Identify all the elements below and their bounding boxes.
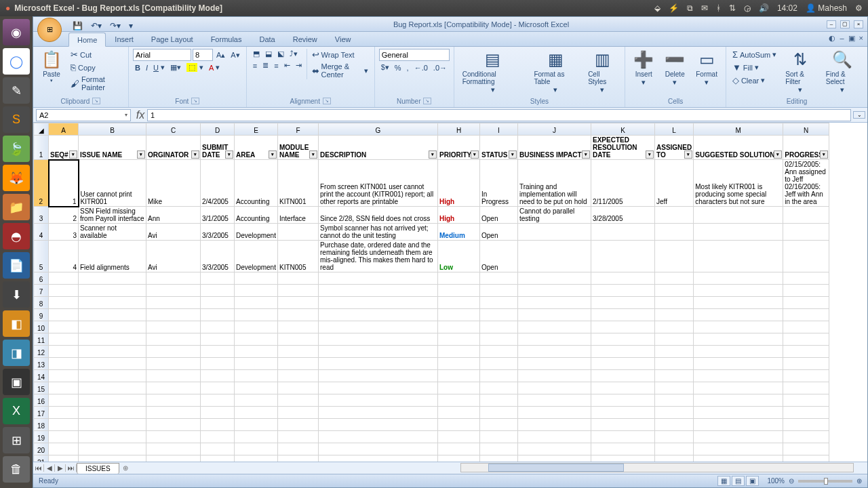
cell-empty[interactable] bbox=[655, 309, 694, 321]
cell-empty[interactable] bbox=[783, 321, 829, 333]
cell-empty[interactable] bbox=[438, 382, 480, 394]
cell-empty[interactable] bbox=[319, 358, 438, 370]
volume-icon[interactable]: 🔊 bbox=[759, 3, 769, 13]
mdi-minimize-button[interactable]: – bbox=[840, 34, 844, 43]
cell-progress[interactable] bbox=[783, 224, 829, 241]
cell-empty[interactable] bbox=[146, 272, 201, 285]
cell-empty[interactable] bbox=[655, 333, 694, 346]
underline-button[interactable]: U▾ bbox=[151, 62, 167, 73]
cell-empty[interactable] bbox=[79, 394, 146, 407]
row-header-11[interactable]: 11 bbox=[34, 333, 49, 346]
autosum-button[interactable]: ΣAutoSum▾ bbox=[730, 49, 778, 60]
cell-empty[interactable] bbox=[694, 394, 783, 407]
cell-submit-date[interactable]: 2/4/2005 bbox=[201, 160, 235, 207]
increase-indent-button[interactable]: ⇥ bbox=[294, 60, 304, 70]
cell-empty[interactable] bbox=[438, 272, 480, 285]
cell-module[interactable] bbox=[278, 224, 319, 241]
network-icon[interactable]: ⇅ bbox=[729, 3, 736, 13]
cell-priority[interactable]: Low bbox=[438, 241, 480, 272]
cell-empty[interactable] bbox=[79, 419, 146, 431]
select-all-cell[interactable]: ◢ bbox=[34, 123, 49, 136]
cell-empty[interactable] bbox=[278, 443, 319, 455]
cell-empty[interactable] bbox=[235, 285, 278, 297]
tab-home[interactable]: Home bbox=[68, 33, 106, 47]
cell-seq[interactable]: 1 bbox=[49, 160, 79, 207]
row-header-18[interactable]: 18 bbox=[34, 419, 49, 431]
cell-empty[interactable] bbox=[235, 394, 278, 407]
cell-empty[interactable] bbox=[438, 407, 480, 419]
cell-empty[interactable] bbox=[201, 455, 235, 462]
filter-icon[interactable]: ▾ bbox=[225, 150, 233, 159]
cell-empty[interactable] bbox=[591, 309, 655, 321]
cell-empty[interactable] bbox=[655, 285, 694, 297]
cell-empty[interactable] bbox=[201, 285, 235, 297]
filter-icon[interactable]: ▾ bbox=[429, 150, 437, 159]
filter-icon[interactable]: ▾ bbox=[269, 150, 277, 159]
cell-empty[interactable] bbox=[518, 419, 591, 431]
cell-empty[interactable] bbox=[694, 285, 783, 297]
tab-page-layout[interactable]: Page Layout bbox=[142, 32, 202, 46]
filter-icon[interactable]: ▾ bbox=[582, 150, 590, 159]
cell-empty[interactable] bbox=[591, 285, 655, 297]
cell-solution[interactable] bbox=[694, 241, 783, 272]
cell-empty[interactable] bbox=[438, 346, 480, 358]
cell-empty[interactable] bbox=[480, 333, 518, 346]
cell-empty[interactable] bbox=[694, 419, 783, 431]
row-header-16[interactable]: 16 bbox=[34, 394, 49, 407]
cell-empty[interactable] bbox=[146, 382, 201, 394]
zoom-slider[interactable] bbox=[798, 480, 852, 483]
cell-empty[interactable] bbox=[201, 309, 235, 321]
cell-empty[interactable] bbox=[783, 394, 829, 407]
cell-empty[interactable] bbox=[518, 321, 591, 333]
delete-cells-button[interactable]: ➖Delete▾ bbox=[660, 49, 689, 88]
cell-empty[interactable] bbox=[438, 285, 480, 297]
cell-assigned-to[interactable] bbox=[655, 224, 694, 241]
format-cells-button[interactable]: ▭Format▾ bbox=[692, 49, 722, 88]
paste-button[interactable]: 📋Paste▾ bbox=[37, 49, 66, 85]
cell-empty[interactable] bbox=[694, 443, 783, 455]
cell-issue[interactable]: Scanner not available bbox=[79, 224, 146, 241]
trash-icon[interactable]: 🗑 bbox=[3, 456, 30, 483]
cell-empty[interactable] bbox=[518, 382, 591, 394]
mail-icon[interactable]: ✉ bbox=[701, 3, 708, 13]
cell-empty[interactable] bbox=[591, 419, 655, 431]
clipboard-dialog-icon[interactable]: ↘ bbox=[92, 98, 100, 104]
cell-empty[interactable] bbox=[235, 321, 278, 333]
chrome-icon[interactable]: ◯ bbox=[3, 48, 30, 75]
app2-icon[interactable]: ◧ bbox=[3, 310, 30, 337]
formula-expand-button[interactable]: ⌄ bbox=[853, 111, 865, 119]
filter-icon[interactable]: ▾ bbox=[309, 150, 317, 159]
cell-resolution-date[interactable]: 3/28/2005 bbox=[591, 207, 655, 224]
cell-empty[interactable] bbox=[591, 370, 655, 382]
cell-empty[interactable] bbox=[79, 333, 146, 346]
cell-empty[interactable] bbox=[783, 333, 829, 346]
cell-empty[interactable] bbox=[79, 382, 146, 394]
cell-empty[interactable] bbox=[278, 358, 319, 370]
cell-empty[interactable] bbox=[591, 394, 655, 407]
col-header-I[interactable]: I bbox=[480, 123, 518, 136]
cell-empty[interactable] bbox=[694, 407, 783, 419]
cell-empty[interactable] bbox=[146, 407, 201, 419]
cell-empty[interactable] bbox=[79, 285, 146, 297]
row-header-19[interactable]: 19 bbox=[34, 431, 49, 443]
cell-empty[interactable] bbox=[201, 358, 235, 370]
cell-empty[interactable] bbox=[518, 455, 591, 462]
cell-seq[interactable]: 3 bbox=[49, 224, 79, 241]
cell-solution[interactable]: Most likely KITR001 is producing some sp… bbox=[694, 160, 783, 207]
row-header-6[interactable]: 6 bbox=[34, 272, 49, 285]
font-size-input[interactable] bbox=[193, 49, 213, 61]
cell-empty[interactable] bbox=[49, 419, 79, 431]
insert-sheet-button[interactable]: ⊕ bbox=[119, 463, 132, 474]
cell-area[interactable]: Development bbox=[235, 241, 278, 272]
sheet-tab-issues[interactable]: ISSUES bbox=[77, 463, 119, 474]
cell-empty[interactable] bbox=[591, 443, 655, 455]
cell-empty[interactable] bbox=[319, 419, 438, 431]
decrease-decimal-button[interactable]: .0→ bbox=[431, 63, 449, 73]
comma-format-button[interactable]: , bbox=[405, 63, 411, 73]
cell-empty[interactable] bbox=[591, 346, 655, 358]
cell-empty[interactable] bbox=[79, 272, 146, 285]
filter-icon[interactable]: ▾ bbox=[69, 150, 77, 159]
row-header-14[interactable]: 14 bbox=[34, 370, 49, 382]
cell-empty[interactable] bbox=[235, 382, 278, 394]
cell-empty[interactable] bbox=[146, 297, 201, 309]
